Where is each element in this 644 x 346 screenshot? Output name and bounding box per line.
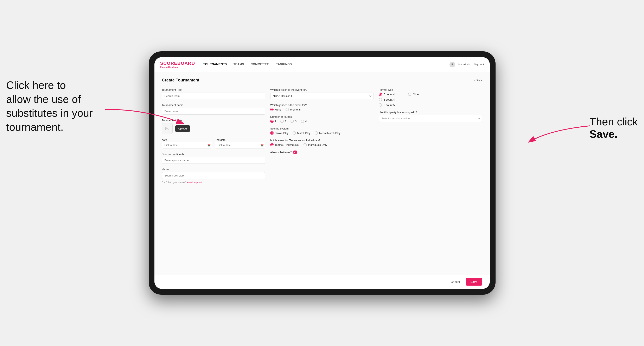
email-support-link[interactable]: email support bbox=[187, 181, 202, 184]
gender-group: Which gender is the event for? Mens Wome… bbox=[270, 104, 374, 111]
event-individuals-radio[interactable] bbox=[304, 143, 307, 146]
format-5count4-radio[interactable] bbox=[379, 93, 382, 96]
back-chevron-icon: ‹ bbox=[474, 79, 475, 82]
scoring-stroke[interactable]: Stroke Play bbox=[270, 131, 288, 135]
allow-subs-group: Allow substitutes? ✓ bbox=[270, 151, 374, 154]
back-button[interactable]: ‹ Back bbox=[474, 79, 482, 82]
scoring-radio-group: Stroke Play Match Play Medal Match Play bbox=[270, 131, 374, 135]
venue-group: Venue Can't find your venue? email suppo… bbox=[162, 168, 265, 184]
nav-separator: | bbox=[472, 63, 472, 66]
scoring-medal-radio[interactable] bbox=[315, 131, 318, 135]
sponsor-input[interactable] bbox=[162, 157, 265, 164]
scoring-label: Scoring system bbox=[270, 127, 374, 130]
rounds-2-radio[interactable] bbox=[280, 120, 284, 123]
page-title: Create Tournament bbox=[162, 78, 200, 82]
user-name: blair admin bbox=[457, 63, 470, 66]
logo-area: SCOREBOARD Powered by clippd bbox=[160, 61, 195, 68]
form-footer: Cancel Save bbox=[154, 275, 490, 289]
annotation-left: Click here to allow the use of substitut… bbox=[6, 78, 93, 134]
logo-scoreboard: SCOREBOARD bbox=[160, 61, 195, 66]
nav-tournaments[interactable]: TOURNAMENTS bbox=[203, 62, 227, 67]
scoring-api-group: Use third-party live scoring API? Select… bbox=[379, 111, 482, 122]
tournament-host-group: Tournament Host bbox=[162, 88, 265, 99]
start-date-label: date bbox=[162, 138, 167, 142]
division-group: Which division is the event for? NCAA Di… bbox=[270, 88, 374, 99]
calendar-icon: 📅 bbox=[207, 144, 210, 147]
format-other-radio[interactable] bbox=[408, 93, 411, 96]
tablet-shell: SCOREBOARD Powered by clippd TOURNAMENTS… bbox=[149, 51, 496, 295]
nav-rankings[interactable]: RANKINGS bbox=[276, 62, 292, 67]
tournament-host-input[interactable] bbox=[162, 93, 265, 99]
cancel-button[interactable]: Cancel bbox=[448, 279, 463, 285]
nav-teams[interactable]: TEAMS bbox=[234, 62, 244, 67]
scoring-match[interactable]: Match Play bbox=[292, 131, 310, 135]
sponsor-label: Sponsor (optional) bbox=[162, 153, 265, 156]
arrow-left bbox=[101, 105, 188, 130]
allow-subs-label[interactable]: Allow substitutes? ✓ bbox=[270, 151, 374, 154]
scoring-api-select[interactable]: Select a scoring service bbox=[379, 115, 482, 122]
nav-committee[interactable]: COMMITTEE bbox=[251, 62, 269, 67]
form-grid: Tournament Host Tournament name Tourname… bbox=[162, 88, 482, 184]
gender-radio-group: Mens Womens bbox=[270, 108, 374, 111]
page-header: Create Tournament ‹ Back bbox=[162, 78, 482, 82]
nav-links: TOURNAMENTS TEAMS COMMITTEE RANKINGS bbox=[203, 62, 449, 67]
format-6count4[interactable]: 6 count 4 bbox=[379, 98, 482, 101]
format-options: 5 count 4 Other 6 count 4 bbox=[379, 93, 482, 107]
rounds-3-radio[interactable] bbox=[290, 120, 294, 123]
start-date-group: date 📅 bbox=[162, 138, 212, 149]
gender-mens[interactable]: Mens bbox=[270, 108, 282, 111]
rounds-1-radio[interactable] bbox=[270, 120, 274, 123]
rounds-4-radio[interactable] bbox=[301, 120, 304, 123]
avatar: B bbox=[450, 62, 455, 67]
scoring-medal[interactable]: Medal Match Play bbox=[315, 131, 340, 135]
end-date-input[interactable] bbox=[215, 142, 265, 149]
form-col-2: Which division is the event for? NCAA Di… bbox=[270, 88, 374, 184]
allow-subs-checkbox[interactable]: ✓ bbox=[294, 151, 297, 154]
start-date-wrap: 📅 bbox=[162, 142, 212, 149]
logo-powered: Powered by clippd bbox=[160, 66, 195, 68]
form-col-3: Format type 5 count 4 Other bbox=[379, 88, 482, 184]
nav-right: B blair admin | Sign out bbox=[450, 62, 484, 67]
format-6count5-radio[interactable] bbox=[379, 103, 382, 107]
main-content: Create Tournament ‹ Back Tournament Host… bbox=[154, 72, 490, 275]
scoring-match-radio[interactable] bbox=[292, 131, 296, 135]
sign-out-link[interactable]: Sign out bbox=[474, 63, 484, 66]
format-5count4[interactable]: 5 count 4 Other bbox=[379, 93, 482, 96]
rounds-1[interactable]: 1 bbox=[270, 120, 276, 123]
scoring-stroke-radio[interactable] bbox=[270, 131, 274, 135]
venue-input[interactable] bbox=[162, 172, 265, 179]
end-date-group: End date 📅 bbox=[215, 138, 265, 149]
event-type-label: Is this event for Teams and/or Individua… bbox=[270, 139, 374, 142]
rounds-4[interactable]: 4 bbox=[301, 120, 307, 123]
rounds-3[interactable]: 3 bbox=[290, 120, 296, 123]
venue-hint: Can't find your venue? email support bbox=[162, 181, 265, 184]
tournament-host-label: Tournament Host bbox=[162, 88, 265, 91]
venue-label: Venue bbox=[162, 168, 265, 171]
division-label: Which division is the event for? bbox=[270, 88, 374, 91]
calendar-icon-end: 📅 bbox=[260, 144, 264, 147]
format-6count5[interactable]: 6 count 5 bbox=[379, 103, 482, 107]
end-date-wrap: 📅 bbox=[215, 142, 265, 149]
form-col-1: Tournament Host Tournament name Tourname… bbox=[162, 88, 265, 184]
event-teams[interactable]: Teams (+Individuals) bbox=[270, 143, 300, 146]
rounds-radio-group: 1 2 3 4 bbox=[270, 120, 374, 123]
gender-womens-radio[interactable] bbox=[286, 108, 289, 111]
rounds-group: Number of rounds 1 2 bbox=[270, 115, 374, 123]
scoring-api-label: Use third-party live scoring API? bbox=[379, 111, 482, 114]
format-6count4-radio[interactable] bbox=[379, 98, 382, 101]
save-button[interactable]: Save bbox=[466, 278, 482, 286]
gender-mens-radio[interactable] bbox=[270, 108, 274, 111]
format-group: Format type 5 count 4 Other bbox=[379, 88, 482, 107]
event-teams-radio[interactable] bbox=[270, 143, 274, 146]
event-type-group: Is this event for Teams and/or Individua… bbox=[270, 139, 374, 146]
tablet-screen: SCOREBOARD Powered by clippd TOURNAMENTS… bbox=[154, 57, 490, 289]
dates-group: date 📅 End date 📅 bbox=[162, 138, 265, 149]
event-individuals[interactable]: Individuals Only bbox=[304, 143, 327, 146]
event-type-radio-group: Teams (+Individuals) Individuals Only bbox=[270, 143, 374, 146]
division-select[interactable]: NCAA Division I bbox=[270, 93, 374, 99]
rounds-2[interactable]: 2 bbox=[280, 120, 286, 123]
gender-womens[interactable]: Womens bbox=[286, 108, 301, 111]
start-date-input[interactable] bbox=[162, 142, 212, 149]
gender-label: Which gender is the event for? bbox=[270, 104, 374, 107]
annotation-right: Then click Save. bbox=[590, 116, 638, 140]
